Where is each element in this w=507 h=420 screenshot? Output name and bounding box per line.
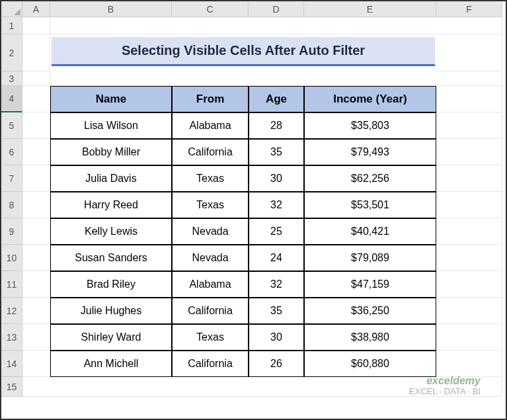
row-header-11[interactable]: 11 — [1, 271, 22, 298]
table-header-from[interactable]: From — [172, 86, 249, 112]
row-header-13[interactable]: 13 — [1, 324, 22, 351]
row-header-10[interactable]: 10 — [1, 245, 22, 271]
cell[interactable] — [436, 192, 502, 218]
table-cell-income[interactable]: $60,880 — [304, 351, 436, 377]
table-cell-from[interactable]: Nevada — [172, 245, 249, 271]
cell[interactable] — [22, 192, 50, 218]
row-header-1[interactable]: 1 — [1, 17, 22, 34]
table-cell-name[interactable]: Susan Sanders — [50, 245, 172, 271]
table-cell-income[interactable]: $47,159 — [304, 271, 436, 298]
cell[interactable] — [436, 139, 502, 165]
table-cell-age[interactable]: 30 — [249, 324, 304, 351]
table-cell-name[interactable]: Kelly Lewis — [50, 218, 172, 245]
row-header-4[interactable]: 4 — [1, 86, 22, 112]
cell[interactable] — [22, 139, 50, 165]
table-cell-name[interactable]: Ann Michell — [50, 351, 172, 377]
table-cell-from[interactable]: California — [172, 351, 249, 377]
cell[interactable] — [22, 112, 50, 139]
table-cell-age[interactable]: 28 — [249, 112, 304, 139]
col-header-B[interactable]: B — [50, 1, 172, 17]
cell[interactable] — [436, 218, 502, 245]
table-cell-name[interactable]: Brad Riley — [50, 271, 172, 298]
table-cell-income[interactable]: $35,803 — [304, 112, 436, 139]
table-cell-income[interactable]: $53,501 — [304, 192, 436, 218]
row-header-9[interactable]: 9 — [1, 218, 22, 245]
table-cell-name[interactable]: Lisa Wilson — [50, 112, 172, 139]
table-cell-income[interactable]: $40,421 — [304, 218, 436, 245]
col-header-E[interactable]: E — [304, 1, 436, 17]
table-cell-age[interactable]: 26 — [249, 351, 304, 377]
cell[interactable] — [436, 298, 502, 324]
table-cell-from[interactable]: Texas — [172, 165, 249, 192]
cell[interactable] — [22, 324, 50, 351]
cell[interactable] — [22, 377, 502, 397]
cell[interactable] — [50, 71, 502, 86]
row-header-15[interactable]: 15 — [1, 377, 22, 397]
table-cell-income[interactable]: $38,980 — [304, 324, 436, 351]
spreadsheet-grid: A B C D E F 1 2 3 4 5 6 7 8 9 10 11 12 1… — [1, 1, 506, 419]
table-cell-age[interactable]: 24 — [249, 245, 304, 271]
col-header-F[interactable]: F — [436, 1, 502, 17]
table-cell-age[interactable]: 35 — [249, 139, 304, 165]
cell[interactable] — [22, 71, 50, 86]
col-header-C[interactable]: C — [172, 1, 249, 17]
cell[interactable] — [436, 245, 502, 271]
table-cell-age[interactable]: 25 — [249, 218, 304, 245]
row-header-3[interactable]: 3 — [1, 71, 22, 86]
table-cell-name[interactable]: Julia Davis — [50, 165, 172, 192]
cell[interactable] — [22, 298, 50, 324]
cell[interactable] — [22, 86, 50, 112]
table-header-name[interactable]: Name — [50, 86, 172, 112]
table-cell-income[interactable]: $79,493 — [304, 139, 436, 165]
cell[interactable] — [436, 165, 502, 192]
table-cell-age[interactable]: 35 — [249, 298, 304, 324]
col-header-D[interactable]: D — [249, 1, 304, 17]
cell[interactable] — [22, 34, 50, 71]
table-cell-name[interactable]: Harry Reed — [50, 192, 172, 218]
table-cell-from[interactable]: Alabama — [172, 271, 249, 298]
cell[interactable] — [22, 271, 50, 298]
col-header-A[interactable]: A — [22, 1, 50, 17]
table-cell-name[interactable]: Bobby Miller — [50, 139, 172, 165]
row-header-8[interactable]: 8 — [1, 192, 22, 218]
row-header-14[interactable]: 14 — [1, 351, 22, 377]
table-cell-name[interactable]: Shirley Ward — [50, 324, 172, 351]
cell[interactable] — [436, 324, 502, 351]
table-cell-name[interactable]: Julie Hughes — [50, 298, 172, 324]
table-cell-from[interactable]: Texas — [172, 192, 249, 218]
table-cell-from[interactable]: California — [172, 298, 249, 324]
cell[interactable] — [22, 17, 50, 34]
table-header-income[interactable]: Income (Year) — [304, 86, 436, 112]
table-cell-income[interactable]: $62,256 — [304, 165, 436, 192]
table-cell-income[interactable]: $79,089 — [304, 245, 436, 271]
cell[interactable] — [50, 17, 502, 34]
row-header-7[interactable]: 7 — [1, 165, 22, 192]
cell[interactable] — [22, 218, 50, 245]
table-header-age[interactable]: Age — [249, 86, 304, 112]
table-cell-age[interactable]: 32 — [249, 192, 304, 218]
table-cell-age[interactable]: 30 — [249, 165, 304, 192]
page-title: Selecting Visible Cells After Auto Filte… — [52, 37, 435, 66]
row-header-2[interactable]: 2 — [1, 34, 22, 71]
table-cell-income[interactable]: $36,250 — [304, 298, 436, 324]
cell[interactable] — [22, 165, 50, 192]
select-all-corner[interactable] — [1, 1, 22, 17]
cell[interactable] — [436, 112, 502, 139]
row-header-12[interactable]: 12 — [1, 298, 22, 324]
row-header-5[interactable]: 5 — [1, 112, 22, 139]
table-cell-age[interactable]: 32 — [249, 271, 304, 298]
cell[interactable] — [22, 245, 50, 271]
row-header-6[interactable]: 6 — [1, 139, 22, 165]
table-cell-from[interactable]: California — [172, 139, 249, 165]
cell[interactable] — [436, 351, 502, 377]
cell[interactable] — [22, 351, 50, 377]
table-cell-from[interactable]: Nevada — [172, 218, 249, 245]
cell[interactable] — [436, 34, 502, 71]
table-cell-from[interactable]: Alabama — [172, 112, 249, 139]
table-cell-from[interactable]: Texas — [172, 324, 249, 351]
cell[interactable] — [436, 271, 502, 298]
cell[interactable] — [436, 86, 502, 112]
